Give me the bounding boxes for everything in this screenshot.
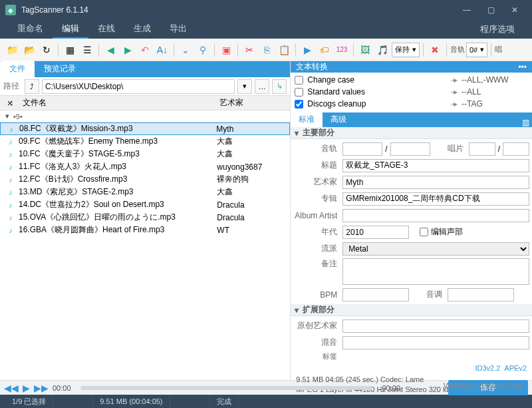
transform-row: Standard values-▸--ALL	[295, 86, 528, 98]
badge-ape[interactable]: APEv2	[504, 364, 527, 372]
toggle-list-icon[interactable]: ☰	[79, 42, 95, 58]
label-album-artist: Album Artist	[293, 211, 340, 220]
image-icon[interactable]: 🖼	[357, 42, 373, 58]
search-icon[interactable]: ⚲	[195, 42, 211, 58]
menu-bar: 重命名编辑在线生成导出 程序选项	[0, 20, 532, 39]
file-row[interactable]: ♪13.MD《索尼克》STAGE-2.mp3大鑫	[0, 186, 290, 198]
left-tabs: 文件 预览记录	[0, 61, 290, 77]
tab-files[interactable]: 文件	[0, 61, 35, 77]
main-toolbar: 📁 📂 ↻ ▦ ☰ ◀ ▶ ↶ A↓ ⌄ ⚲ ▣ ✂ ⎘ 📋 ▶ 🏷 123 🖼…	[0, 39, 532, 61]
file-list-header: ⤨ 文件名 艺术家	[0, 96, 290, 110]
play-icon[interactable]: ▶	[299, 42, 315, 58]
col-filename[interactable]: 文件名	[20, 97, 217, 108]
next-icon[interactable]: ▶	[120, 42, 136, 58]
shuffle-icon[interactable]: ⤨	[0, 99, 20, 108]
file-row[interactable]: ♪08.FC《双截龙》Mission-3.mp3Myth	[0, 122, 290, 135]
maximize-button[interactable]: ▢	[479, 0, 503, 20]
checkbox-edit-voice[interactable]	[420, 228, 428, 236]
select-genre[interactable]: Metal	[342, 242, 529, 256]
tab-preview[interactable]: 预览记录	[35, 61, 85, 77]
left-panel: 文件 预览记录 路径 ⤴ ▾ … ↳ ⤨ 文件名 艺术家 ▾• 9 • ♪08.…	[0, 61, 291, 380]
file-row[interactable]: ♪16.GBA《晓月圆舞曲》Heart of Fire.mp3WT	[0, 224, 290, 236]
tab-advanced[interactable]: 高级	[323, 112, 354, 127]
cut-icon[interactable]: ✂	[241, 42, 257, 58]
input-title[interactable]	[342, 159, 529, 172]
sing-label: 唱	[495, 45, 502, 55]
input-disc-total[interactable]	[503, 142, 529, 156]
input-artist[interactable]	[342, 176, 529, 189]
tab-standard[interactable]: 标准	[291, 112, 323, 127]
minimize-button[interactable]: —	[455, 0, 479, 20]
menu-item-1[interactable]: 编辑	[53, 20, 88, 39]
paste-icon[interactable]: 📋	[276, 42, 292, 58]
player-next-icon[interactable]: ▶▶	[34, 383, 49, 393]
menu-item-2[interactable]: 在线	[88, 20, 124, 39]
file-row[interactable]: ♪10.FC《魔天童子》STAGE-5.mp3大鑫	[0, 148, 290, 160]
tag-icon[interactable]: 🏷	[317, 42, 332, 58]
input-track[interactable]	[342, 142, 382, 156]
player-prev-icon[interactable]: ◀◀	[4, 383, 19, 393]
label-genre: 流派	[293, 243, 340, 254]
player-play-icon[interactable]: ▶	[23, 383, 30, 393]
input-orig-artist[interactable]	[342, 319, 529, 333]
add-folder-icon[interactable]: 📂	[21, 42, 37, 58]
file-row[interactable]: ♪15.OVA《心跳回忆》日曜の雨のように.mp3Dracula	[0, 211, 290, 224]
badge-id3[interactable]: ID3v2.2	[475, 364, 500, 372]
lyrics-icon[interactable]: 🎵	[374, 42, 390, 58]
player-seek-bar[interactable]	[80, 386, 373, 390]
file-row[interactable]: ♪11.FC《洛克人3》火花人.mp3wuyong3687	[0, 160, 290, 173]
file-row[interactable]: ♪09.FC《燃烧战车》Enemy Theme.mp3大鑫	[0, 135, 290, 148]
file-row[interactable]: ♪14.DC《世嘉拉力2》Soul on Desert.mp3Dracula	[0, 198, 290, 211]
input-key[interactable]	[448, 288, 514, 302]
undo-icon[interactable]: ↶	[137, 42, 153, 58]
path-dropdown-icon[interactable]: ▾	[237, 79, 252, 94]
menu-item-0[interactable]: 重命名	[8, 20, 53, 39]
label-album: 专辑	[293, 193, 340, 204]
path-go-icon[interactable]: ↳	[272, 79, 287, 94]
path-browse-icon[interactable]: …	[255, 79, 269, 94]
menu-item-4[interactable]: 导出	[160, 20, 196, 39]
keep-combo[interactable]: 保持▾	[392, 43, 420, 57]
transform-checkbox[interactable]	[295, 100, 303, 108]
label-track: 音轨	[293, 143, 340, 154]
track-number-combo[interactable]: 0#▾	[466, 43, 487, 57]
input-comment[interactable]	[342, 258, 529, 285]
text-transform-header: 文本转换 •••	[291, 61, 532, 73]
transform-checkbox[interactable]	[295, 76, 303, 85]
path-up-icon[interactable]: ⤴	[25, 79, 39, 94]
section-ext-head[interactable]: ▾扩展部分	[291, 304, 532, 316]
transform-checkbox[interactable]	[295, 88, 303, 97]
menu-program-options[interactable]: 程序选项	[471, 21, 524, 38]
sort-az-icon[interactable]: A↓	[154, 42, 170, 58]
filter-icon[interactable]: ⌄	[178, 42, 194, 58]
label-disc: 唱片	[433, 143, 466, 154]
number-icon[interactable]: 123	[334, 42, 350, 58]
toggle-grid-icon[interactable]: ▦	[62, 42, 78, 58]
remove-tag-icon[interactable]: ✖	[427, 42, 443, 58]
label-title: 标题	[293, 160, 340, 171]
input-disc[interactable]	[469, 142, 495, 156]
section-main-head[interactable]: ▾主要部分	[291, 127, 532, 139]
label-orig-artist: 原创艺术家	[293, 320, 340, 331]
refresh-icon[interactable]: ↻	[39, 42, 55, 58]
input-album-artist[interactable]	[342, 209, 529, 222]
path-input[interactable]	[42, 79, 235, 94]
tag-extra-icon[interactable]: ▥	[519, 118, 532, 127]
input-bpm[interactable]	[342, 288, 409, 302]
file-icon: ♪	[4, 138, 17, 146]
close-button[interactable]: ✕	[503, 0, 527, 20]
menu-item-3[interactable]: 生成	[124, 20, 160, 39]
input-track-total[interactable]	[390, 142, 430, 156]
transform-menu-icon[interactable]: •••	[518, 63, 527, 72]
input-album[interactable]	[342, 192, 529, 206]
input-remix[interactable]	[342, 336, 529, 349]
prev-icon[interactable]: ◀	[102, 42, 118, 58]
label-artist: 艺术家	[293, 176, 340, 188]
file-name: 13.MD《索尼克》STAGE-2.mp3	[17, 186, 217, 198]
select-all-icon[interactable]: ▣	[218, 42, 234, 58]
col-artist[interactable]: 艺术家	[217, 97, 290, 108]
copy-icon[interactable]: ⎘	[259, 42, 275, 58]
input-year[interactable]	[342, 226, 409, 239]
open-folder-icon[interactable]: 📁	[4, 42, 20, 58]
file-row[interactable]: ♪12.FC《B计划》Crossfire.mp3裸奔的狗	[0, 173, 290, 186]
